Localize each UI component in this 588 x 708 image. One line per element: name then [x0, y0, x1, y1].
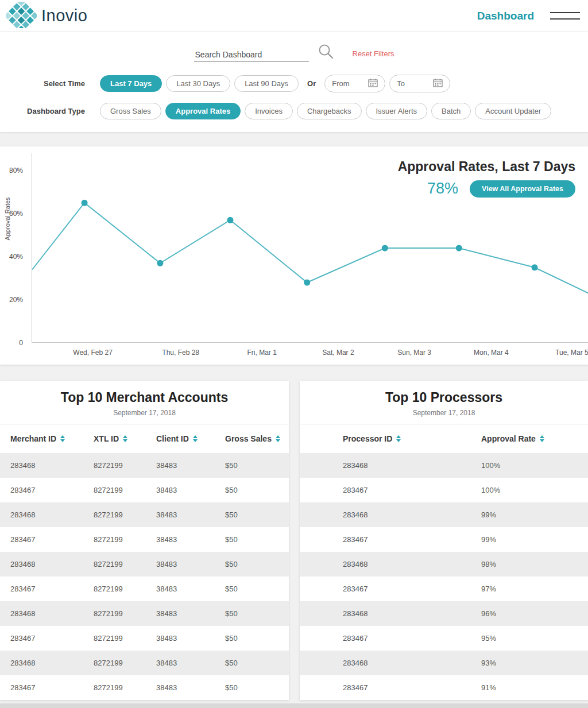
type-pill-account-updater[interactable]: Account Updater — [475, 103, 551, 119]
table-cell: 8272199 — [94, 453, 156, 478]
table-row: 28346795% — [300, 626, 588, 651]
processors-table-subtitle: September 17, 2018 — [304, 409, 583, 417]
time-pill-last-30-days[interactable]: Last 30 Days — [166, 75, 230, 92]
chart-point — [227, 217, 233, 223]
table-cell: 283467 — [300, 626, 481, 651]
table-row: 28346799% — [300, 527, 588, 552]
chart-point — [532, 264, 538, 270]
type-pill-issuer-alerts[interactable]: Issuer Alerts — [366, 103, 428, 119]
inovio-logo-icon — [6, 2, 37, 30]
x-tick-label: Mon, Mar 4 — [474, 349, 509, 357]
search-input[interactable] — [194, 48, 309, 62]
table-cell: 91% — [481, 675, 588, 700]
chart-point — [304, 280, 310, 286]
sort-icon[interactable] — [396, 435, 401, 442]
type-pill-chargebacks[interactable]: Chargebacks — [297, 103, 362, 119]
table-cell: 99% — [481, 527, 588, 552]
column-header-xtl-id[interactable]: XTL ID — [94, 424, 156, 453]
view-all-approval-rates-button[interactable]: View All Approval Rates — [470, 180, 575, 198]
table-cell: 93% — [481, 651, 588, 675]
search-icon[interactable] — [317, 42, 334, 62]
table-cell: 97% — [481, 577, 588, 601]
type-pill-approval-rates[interactable]: Approval Rates — [165, 103, 241, 119]
table-cell: $50 — [225, 577, 289, 601]
table-row: 283468827219938483$50 — [0, 651, 289, 675]
table-cell: 283468 — [300, 552, 481, 577]
table-cell: 283467 — [300, 577, 481, 601]
chart-point — [382, 245, 388, 252]
table-row: 283468827219938483$50 — [0, 552, 289, 577]
table-row: 283467827219938483$50 — [0, 577, 289, 601]
table-cell: $50 — [225, 453, 289, 478]
table-row: 283468827219938483$50 — [0, 601, 289, 626]
chart-point — [82, 200, 88, 206]
table-row: 283467827219938483$50 — [0, 675, 289, 700]
table-cell: $50 — [225, 626, 289, 651]
dashboard-type-row: Dashboard Type Gross Sales Approval Rate… — [0, 103, 588, 119]
sort-icon[interactable] — [540, 435, 544, 442]
top-merchant-accounts-card: Top 10 Merchant Accounts September 17, 2… — [0, 381, 289, 700]
to-date-button[interactable]: To — [389, 75, 450, 92]
logo-text: Inovio — [41, 6, 87, 25]
x-tick-label: Tue, Mar 5 — [555, 349, 588, 357]
x-tick-label: Wed, Feb 27 — [73, 349, 112, 357]
y-tick-label: 40% — [9, 253, 23, 261]
x-tick-label: Sat, Mar 2 — [322, 349, 354, 357]
time-pill-last-7-days[interactable]: Last 7 Days — [100, 75, 162, 92]
table-cell: 38483 — [156, 552, 225, 577]
processors-table-title: Top 10 Processors — [304, 390, 583, 405]
x-tick-label: Sun, Mar 3 — [397, 349, 431, 357]
table-cell: 96% — [481, 601, 588, 626]
type-pill-gross-sales[interactable]: Gross Sales — [100, 103, 161, 119]
column-header-approval-rate[interactable]: Approval Rate — [481, 424, 588, 453]
table-cell: $50 — [225, 601, 289, 626]
table-cell: 283468 — [0, 502, 94, 527]
table-cell: 38483 — [156, 577, 225, 601]
inovio-logo[interactable]: Inovio — [6, 2, 87, 30]
table-row: 283468827219938483$50 — [0, 453, 289, 478]
table-cell: 8272199 — [94, 626, 156, 651]
sort-icon[interactable] — [123, 435, 127, 442]
from-date-button[interactable]: From — [324, 75, 385, 92]
table-cell: $50 — [225, 527, 289, 552]
table-cell: $50 — [225, 478, 289, 502]
table-row: 28346896% — [300, 601, 588, 626]
table-cell: 8272199 — [94, 478, 156, 502]
hamburger-menu-icon[interactable] — [550, 10, 580, 22]
table-cell: 38483 — [156, 478, 225, 502]
sort-icon[interactable] — [60, 435, 65, 442]
column-header-merchant-id[interactable]: Merchant ID — [0, 424, 94, 453]
tables-row: Top 10 Merchant Accounts September 17, 2… — [0, 381, 588, 700]
column-header-client-id[interactable]: Client ID — [156, 424, 225, 453]
table-cell: 283467 — [0, 527, 94, 552]
page-title: Dashboard — [477, 10, 534, 22]
table-row: 28346898% — [300, 552, 588, 577]
approval-rate-headline-value: 78% — [427, 180, 458, 198]
table-cell: 283468 — [300, 601, 481, 626]
column-header-processor-id[interactable]: Processor ID — [300, 424, 481, 453]
calendar-icon — [368, 78, 378, 89]
merchants-table: Merchant ID XTL ID Client ID Gross Sales — [0, 424, 289, 700]
sort-icon[interactable] — [276, 435, 280, 442]
table-cell: 98% — [481, 552, 588, 577]
table-cell: 8272199 — [94, 577, 156, 601]
table-cell: 8272199 — [94, 651, 156, 675]
type-pill-invoices[interactable]: Invoices — [245, 103, 293, 119]
column-header-gross-sales[interactable]: Gross Sales — [225, 424, 289, 453]
merchants-table-subtitle: September 17, 2018 — [5, 409, 284, 417]
table-cell: $50 — [225, 675, 289, 700]
reset-filters-link[interactable]: Reset Filters — [353, 49, 394, 62]
table-cell: 38483 — [156, 527, 225, 552]
y-tick-label: 80% — [9, 167, 23, 175]
time-pill-last-90-days[interactable]: Last 90 Days — [234, 75, 299, 92]
table-cell: 8272199 — [94, 552, 156, 577]
type-pill-batch[interactable]: Batch — [431, 103, 471, 119]
table-cell: 283468 — [300, 453, 481, 478]
table-row: 28346791% — [300, 675, 588, 700]
sort-icon[interactable] — [193, 435, 198, 442]
merchants-table-title: Top 10 Merchant Accounts — [5, 390, 284, 405]
table-cell: 283468 — [0, 651, 94, 675]
table-cell: 38483 — [156, 675, 225, 700]
table-row: 28346899% — [300, 502, 588, 527]
table-row: 283467827219938483$50 — [0, 626, 289, 651]
